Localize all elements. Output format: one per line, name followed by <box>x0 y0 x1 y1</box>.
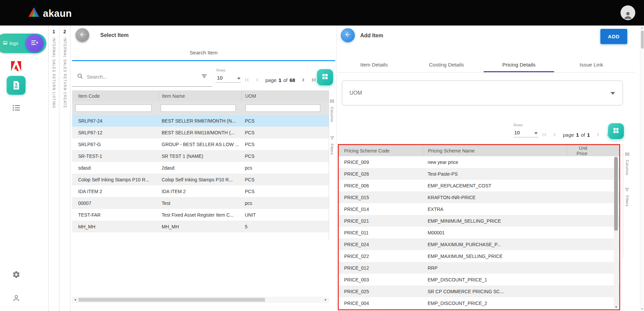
pricing-scheme-row[interactable]: PRICE_024EMP_MAXIMUM_PURCHASE_P... <box>339 238 619 250</box>
sales-doc-app-icon[interactable]: $ <box>7 76 25 95</box>
prev-page-button[interactable] <box>551 131 558 138</box>
tab-internal-sales-return-listing[interactable]: 1 INTERNAL SALES RETURN LISTING <box>48 26 59 311</box>
header-pricing-scheme-name[interactable]: Pricing Scheme Name <box>423 145 567 156</box>
svg-text:$: $ <box>15 83 17 86</box>
menu-open-icon <box>30 38 39 48</box>
scroll-left-arrow[interactable]: ◄ <box>72 297 78 302</box>
item-row[interactable]: Colop Self Inking Stamps P10 R...Colop S… <box>72 174 329 185</box>
page-word: page <box>563 132 574 138</box>
next-page-button[interactable] <box>300 77 307 83</box>
columns-toggle[interactable]: Columns <box>329 98 335 122</box>
app-root: akaun logo $ <box>0 0 644 311</box>
horizontal-scrollbar[interactable]: ◄ ► <box>72 297 329 303</box>
tab-costing-details[interactable]: Costing Details <box>410 57 483 72</box>
next-page-button[interactable] <box>595 131 601 138</box>
page-scroll-thumb[interactable] <box>641 31 644 49</box>
item-name-cell: IDA ITEM 2 <box>159 189 241 194</box>
grid-view-button[interactable] <box>317 69 333 85</box>
current-page: 1 <box>576 132 579 138</box>
page-indicator: page 1 of 68 <box>265 77 295 83</box>
pricing-scheme-code-cell: PRICE_021 <box>339 218 423 224</box>
item-row[interactable]: SRLP87-GGROUP - BEST SELLER AS LOW ...PC… <box>72 138 329 150</box>
tab-pricing-details[interactable]: Pricing Details <box>483 57 555 72</box>
header-pricing-scheme-code[interactable]: Pricing Scheme Code <box>339 145 423 156</box>
list-menu-icon[interactable] <box>10 103 22 112</box>
grid-view-button[interactable] <box>608 123 624 139</box>
broken-image-icon <box>3 40 8 47</box>
menu-toggle-button[interactable] <box>25 34 44 52</box>
vertical-scroll-thumb[interactable] <box>614 157 618 231</box>
header-unit-price[interactable]: Unit Price <box>567 145 619 156</box>
prev-page-button[interactable] <box>254 77 261 83</box>
horizontal-scroll-thumb[interactable] <box>78 298 265 302</box>
uom-select[interactable]: UOM <box>342 81 623 105</box>
item-row[interactable]: SRLP87-12BEST SELLER RM118/MONTH (...PCS <box>72 127 329 138</box>
pricing-scheme-row[interactable]: PRICE_014EXTRA <box>339 203 619 215</box>
pricing-scheme-row[interactable]: PRICE_011M00001 <box>339 227 619 238</box>
settings-gear-icon[interactable] <box>10 269 22 279</box>
item-row[interactable]: SR-TEST-1SR TEST 1 (NAME)PCS <box>72 150 329 162</box>
current-page: 1 <box>278 77 281 83</box>
back-button[interactable] <box>75 28 89 42</box>
pricing-scheme-row[interactable]: PRICE_025SR CP COMMERCE PRICING SC... <box>339 285 619 297</box>
back-button[interactable] <box>341 28 355 42</box>
user-avatar[interactable] <box>621 5 635 20</box>
scroll-right-arrow[interactable]: ► <box>323 297 328 302</box>
header-item-name[interactable]: Item Name <box>159 90 241 101</box>
tab-issue-link[interactable]: Issue Link <box>555 57 628 72</box>
rows-per-page-control: Rows 10 <box>514 123 538 137</box>
item-row[interactable]: sdasd2dasdpcs <box>72 162 329 174</box>
item-name-filter-input[interactable] <box>161 104 236 112</box>
page-scrollbar[interactable]: ▲ ▼ <box>640 26 644 311</box>
rows-per-page-select[interactable]: 10 <box>216 74 241 83</box>
header-item-code[interactable]: Item Code <box>72 90 159 101</box>
rows-per-page-select[interactable]: 10 <box>514 129 538 137</box>
filter-list-icon[interactable] <box>201 73 208 81</box>
pricing-scheme-row[interactable]: PRICE_003EMP_DISCOUNT_PRICE_1 <box>339 274 619 285</box>
columns-toggle[interactable]: Columns <box>623 151 631 175</box>
search-input[interactable] <box>87 74 201 80</box>
filters-toggle[interactable]: Filters <box>623 187 631 207</box>
add-button[interactable]: ADD <box>600 29 627 44</box>
app-logo-pill[interactable]: logo <box>0 34 46 53</box>
vertical-scrollbar[interactable]: ▼ <box>614 156 619 309</box>
item-row[interactable]: IDA ITEM 2IDA ITEM 2PCS <box>72 185 329 197</box>
arrow-left-icon <box>344 31 351 39</box>
tab-internal-sales-return-create[interactable]: 2 INTERNAL SALES RETURN CREATE <box>59 26 70 311</box>
pagination: page 1 of 68 <box>244 77 317 83</box>
filters-toggle[interactable]: Filters <box>329 135 335 155</box>
pricing-scheme-row[interactable]: PRICE_009new year price <box>339 156 619 168</box>
last-page-button[interactable] <box>310 77 317 83</box>
uom-filter-input[interactable] <box>246 104 320 112</box>
item-code-cell: 00007 <box>72 201 159 206</box>
columns-label: Columns <box>330 107 334 122</box>
item-code-cell: SR-TEST-1 <box>72 153 159 159</box>
pdf-app-icon[interactable] <box>9 60 23 73</box>
item-row[interactable]: TEST-FARTest Fixed Asset Register Item C… <box>72 209 329 221</box>
pricing-scheme-row[interactable]: PRICE_021EMP_MINIMUM_SELLING_PRICE <box>339 215 619 227</box>
pricing-scheme-row[interactable]: PRICE_012RRP <box>339 262 619 274</box>
brand-triangle-icon <box>28 7 40 18</box>
item-row[interactable]: 00007Testpcs <box>72 197 329 209</box>
brand-logo[interactable]: akaun <box>28 7 72 18</box>
item-row[interactable]: MH_MHMH_MH5 <box>72 221 329 232</box>
profile-person-icon[interactable] <box>10 293 22 303</box>
first-page-button[interactable] <box>541 131 548 138</box>
header-uom[interactable]: UOM <box>241 90 329 101</box>
scroll-down-arrow[interactable]: ▼ <box>614 306 619 309</box>
item-row[interactable]: SRLP87-24BEST SELLER RM87/MONTH (N...PCS <box>72 115 329 127</box>
pricing-scheme-row[interactable]: PRICE_022EMP_MAXIMUM_SELLING_PRICE <box>339 250 619 262</box>
tab-item-details[interactable]: Item Details <box>338 57 410 72</box>
scroll-up-arrow[interactable]: ▲ <box>640 27 644 29</box>
tab-search-item[interactable]: Search Item <box>72 50 335 56</box>
uom-cell: PCS <box>241 118 329 124</box>
pricing-scheme-row[interactable]: PRICE_015KRAFTON-INR-PRICE <box>339 191 619 203</box>
item-name-cell: Colop Self Inking Stamps P10 R... <box>159 177 241 182</box>
pricing-scheme-row[interactable]: PRICE_026Test-Paste-PS <box>339 168 619 180</box>
first-page-button[interactable] <box>244 77 250 83</box>
scroll-down-arrow[interactable]: ▼ <box>640 308 644 310</box>
pricing-scheme-row[interactable]: PRICE_006EMP_REPLACEMENT_COST <box>339 180 619 191</box>
total-pages: 1 <box>587 132 590 138</box>
item-code-filter-input[interactable] <box>75 104 152 112</box>
pricing-scheme-row[interactable]: PRICE_004EMP_DISCOUNT_PRICE_2 <box>339 297 619 309</box>
